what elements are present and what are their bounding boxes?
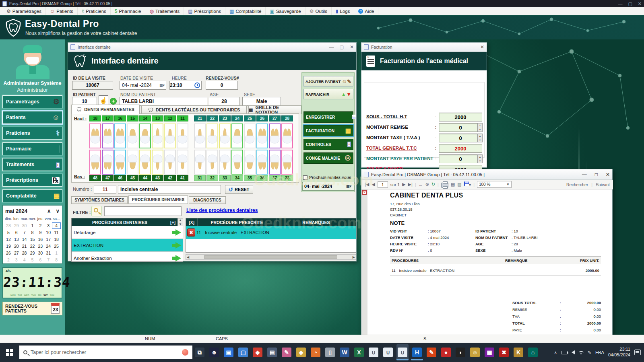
calendar-day[interactable]: 30 xyxy=(36,250,44,256)
calendar-day[interactable]: 7 xyxy=(21,230,29,235)
tooth-number-18[interactable]: 18 xyxy=(89,115,101,121)
calendar-day[interactable]: 19 xyxy=(4,243,12,249)
tooth-number-26[interactable]: 26 xyxy=(256,115,268,121)
teeth-tab-grille-de-notation[interactable]: ▦GRILLE DE NOTATION xyxy=(248,105,301,114)
apply-procedure-arrow-icon[interactable] xyxy=(175,229,181,236)
teeth-tab-dents-permanentes[interactable]: DENTS PERMANENTES xyxy=(71,105,140,114)
tooth-31[interactable] xyxy=(194,150,206,175)
calendar-day[interactable]: 17 xyxy=(44,237,52,242)
close-icon[interactable]: ✕ xyxy=(350,44,354,50)
notification-center-icon[interactable] xyxy=(634,350,641,355)
minimize-icon[interactable]: — xyxy=(582,172,587,177)
zoom-select[interactable]: 100 %▼ xyxy=(477,181,512,188)
prescribed-row[interactable]: ✖11 - Incisive centrale - EXTRACTION xyxy=(186,226,356,239)
tooth-13[interactable] xyxy=(152,123,163,148)
menu-item-pre-scriptions[interactable]: ▤Préscriptions xyxy=(184,7,225,15)
tooth-number-48[interactable]: 48 xyxy=(89,175,101,181)
tooth-number-23[interactable]: 23 xyxy=(219,115,231,121)
export-icon[interactable]: ▾ xyxy=(464,181,471,187)
calendar-dropdown-icon[interactable]: ▦▾ xyxy=(346,184,353,188)
calendar-day[interactable]: 8 xyxy=(52,257,60,263)
tooth-45[interactable] xyxy=(127,150,138,175)
language-indicator[interactable]: FRA xyxy=(595,350,604,355)
find-next-button[interactable]: Suivant xyxy=(596,182,610,187)
game-icon[interactable]: ◗ xyxy=(454,344,466,360)
tooth-number-16[interactable]: 16 xyxy=(114,115,126,121)
checkbox-icon[interactable] xyxy=(303,175,308,180)
tooth-number-14[interactable]: 14 xyxy=(139,115,151,121)
time-field[interactable]: 23:10 xyxy=(169,81,202,90)
tooth-46[interactable] xyxy=(114,150,126,175)
taskbar-search[interactable]: Taper ici pour rechercher xyxy=(19,346,192,359)
calendar-day[interactable]: 28 xyxy=(21,250,29,256)
button-rafraichir[interactable]: RAFRAICHIR▲▼ xyxy=(303,89,353,99)
menu-item-sauvegarde[interactable]: ▣Sauvegarde xyxy=(266,7,305,15)
excel-icon[interactable]: X xyxy=(353,344,365,360)
sidebar-item-patients[interactable]: Patients☺ xyxy=(2,111,62,124)
calendar-day[interactable]: 2 xyxy=(4,257,12,263)
tooth-27[interactable] xyxy=(269,123,281,148)
tab-diagnostics[interactable]: DIAGNOSTICS xyxy=(189,196,226,204)
calendar-day[interactable]: 5 xyxy=(4,230,12,235)
tooth-number-15[interactable]: 15 xyxy=(127,115,138,121)
word-icon[interactable]: W xyxy=(339,344,351,360)
tooth-number-35[interactable]: 35 xyxy=(244,175,256,181)
reset-button[interactable]: ↺RESET xyxy=(225,185,253,194)
calendar-day[interactable]: 14 xyxy=(21,237,29,242)
calendar-day[interactable]: 31 xyxy=(44,250,52,256)
menu-item-praticiens[interactable]: ⚕Praticiens xyxy=(78,7,111,15)
sidebar-item-pharmacie[interactable]: Pharmacie xyxy=(2,142,62,155)
button-conge-maladie[interactable]: CONGÉ MALADIE☹ xyxy=(303,152,353,164)
maximize-icon[interactable]: ▢ xyxy=(628,1,632,6)
tooth-number-13[interactable]: 13 xyxy=(152,115,163,121)
tooth-number-47[interactable]: 47 xyxy=(102,175,114,181)
calendar-day[interactable]: 10 xyxy=(44,230,52,235)
tooth-11[interactable] xyxy=(177,123,188,148)
calendar-day[interactable]: 26 xyxy=(4,250,12,256)
discord-icon[interactable]: ☻ xyxy=(208,344,220,360)
close-icon[interactable]: ✕ xyxy=(638,1,642,6)
calendar-day[interactable]: 20 xyxy=(12,243,21,249)
firefox-icon[interactable]: ◔ xyxy=(310,344,322,360)
maximize-icon[interactable]: ▢ xyxy=(340,44,344,50)
calendar-day[interactable]: 29 xyxy=(29,250,37,256)
visit-date-combo[interactable]: 04- mai -2024▦▾ xyxy=(120,81,166,90)
calendar-day[interactable]: 4 xyxy=(52,223,60,228)
hidden-icons-chevron[interactable]: ∧ xyxy=(554,350,557,355)
menu-item-outils[interactable]: ⚙Outils xyxy=(305,7,332,15)
tooth-22[interactable] xyxy=(206,123,218,148)
procedures-list-link[interactable]: Liste des procédures dentaires xyxy=(186,208,258,213)
tooth-18[interactable] xyxy=(89,123,101,148)
fact-value-total-general-t-t-c[interactable]: 2000 xyxy=(439,144,482,153)
calendar-prev-icon[interactable]: ∧ xyxy=(47,208,51,214)
tooth-number-17[interactable]: 17 xyxy=(102,115,114,121)
menu-item-aide[interactable]: ?Aide xyxy=(354,7,378,15)
tooth-number-31[interactable]: 31 xyxy=(194,175,206,181)
close-icon[interactable]: ✕ xyxy=(606,172,610,177)
tooth-number-43[interactable]: 43 xyxy=(152,175,163,181)
maximize-icon[interactable]: □ xyxy=(595,172,598,177)
filter-input[interactable] xyxy=(104,206,182,216)
teeth-tab-dents-lacte-ales-ou-temporaires[interactable]: DENTS LACTÉALES OU TEMPORAIRES xyxy=(141,105,247,114)
tooth-number-41[interactable]: 41 xyxy=(177,175,188,181)
tooth-47[interactable] xyxy=(102,150,114,175)
sex-field[interactable]: Male xyxy=(242,97,281,106)
sidebar-item-traitements[interactable]: Traitements+ xyxy=(2,158,62,171)
tooth-16[interactable] xyxy=(114,123,126,148)
documents-icon[interactable]: ▢ xyxy=(237,344,249,360)
calendar-day[interactable]: 3 xyxy=(12,257,21,263)
calendar-day[interactable]: 29 xyxy=(12,223,21,228)
fact-value-montant-paye-par-patient[interactable]: 0 xyxy=(439,154,482,163)
tools-icon[interactable]: ✖ xyxy=(498,344,510,360)
calendar-day[interactable]: 24 xyxy=(44,243,52,249)
stop-icon[interactable]: ⊗ xyxy=(425,182,429,187)
calendar-day[interactable]: 27 xyxy=(12,250,21,256)
notes-icon[interactable]: ▯ xyxy=(324,344,336,360)
sidebar-item-comptabilite[interactable]: Comptabilité▦ xyxy=(2,189,62,202)
tooth-app-icon[interactable]: ∪ xyxy=(367,344,380,360)
tooth-number-38[interactable]: 38 xyxy=(281,175,293,181)
page-setup-icon[interactable]: ▥ xyxy=(457,182,461,187)
volume-icon[interactable] xyxy=(572,350,575,354)
tooth-33[interactable] xyxy=(219,150,231,175)
maps-icon[interactable]: ◈ xyxy=(295,344,307,360)
